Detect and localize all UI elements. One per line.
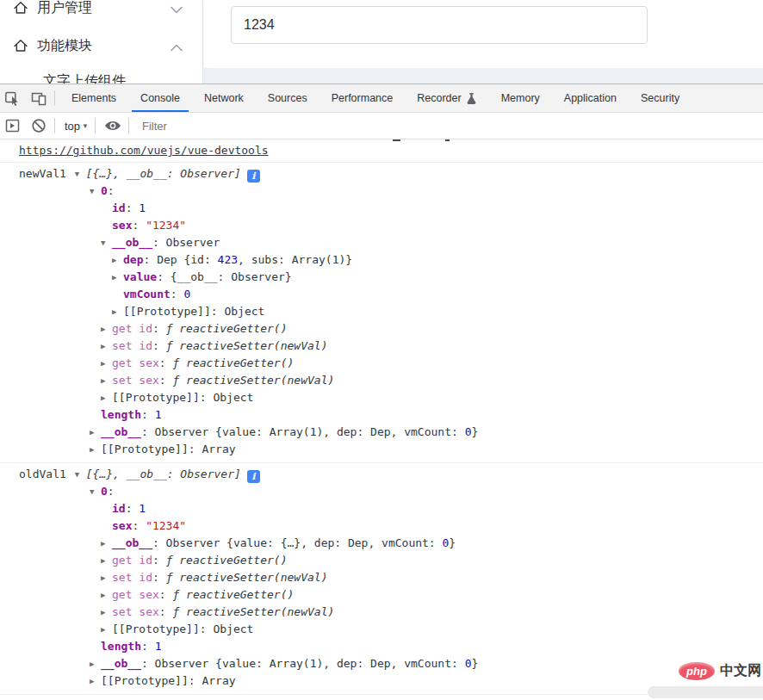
- inspect-element-icon[interactable]: [0, 87, 26, 109]
- console-tree-row: ▶value: {__ob__: Observer}: [0, 269, 763, 286]
- token-plain: :: [132, 219, 146, 232]
- tab-label: Sources: [268, 84, 307, 113]
- console-tree-row: ▶set id: ƒ reactiveSetter(newVal): [0, 569, 763, 586]
- token-plain: :: [171, 288, 184, 300]
- console-tree-row: ▶set sex: ƒ reactiveSetter(newVal): [0, 604, 763, 621]
- console-tree-row: ▶get sex: ƒ reactiveGetter(): [0, 355, 763, 372]
- console-tree-row: ▼0:: [0, 483, 763, 500]
- tab-console[interactable]: Console: [128, 84, 192, 113]
- token-plain: }: [471, 657, 478, 670]
- sidebar-item[interactable]: 功能模块: [0, 31, 202, 60]
- device-toolbar-icon[interactable]: [26, 87, 52, 109]
- chevron-down-icon: [170, 4, 183, 15]
- console-message: newVal1▼[{…}, __ob__: Observer]i▼0:id: 1…: [0, 163, 763, 463]
- console-tree-row: ▶get id: ƒ reactiveGetter(): [0, 552, 763, 569]
- content-background: [203, 68, 763, 84]
- tab-sources[interactable]: Sources: [256, 84, 319, 113]
- watermark-site-name: 中文网: [720, 662, 761, 680]
- php-logo-icon: php: [679, 662, 715, 680]
- token-acc: get sex: [112, 588, 159, 601]
- info-badge-icon[interactable]: i: [247, 170, 260, 183]
- expand-arrow-icon[interactable]: ▶: [101, 320, 112, 338]
- collapse-arrow-icon[interactable]: ▼: [90, 483, 101, 500]
- tab-label: Memory: [501, 84, 540, 113]
- token-num: 1: [155, 640, 162, 653]
- tab-application[interactable]: Application: [552, 84, 629, 113]
- console-tree-row: ▶set id: ƒ reactiveSetter(newVal): [0, 338, 763, 355]
- console-sidebar-toggle-icon[interactable]: [0, 115, 26, 137]
- context-selector[interactable]: top: [65, 120, 80, 133]
- token-plain: :: [132, 519, 146, 532]
- collapse-arrow-icon[interactable]: ▼: [75, 165, 86, 183]
- token-plain: :: [159, 605, 173, 618]
- expand-arrow-icon[interactable]: ▶: [101, 535, 112, 552]
- tab-recorder[interactable]: Recorder: [405, 84, 488, 113]
- token-plain: : Observer {value: {…}, dep: Dep, vmCoun…: [152, 536, 443, 549]
- collapse-arrow-icon[interactable]: ▼: [90, 183, 101, 200]
- clipped-log-fragment: [393, 139, 400, 141]
- token-fn: ƒ reactiveGetter(): [166, 322, 288, 335]
- token-plain: : Dep {id:: [143, 253, 217, 266]
- expand-arrow-icon[interactable]: ▶: [101, 569, 112, 586]
- expand-arrow-icon[interactable]: ▶: [112, 251, 123, 269]
- page-text-input[interactable]: [231, 6, 648, 44]
- expand-arrow-icon[interactable]: ▶: [112, 303, 123, 320]
- console-tree-row: ▶[[Prototype]]: Object: [0, 621, 763, 638]
- expand-arrow-icon[interactable]: ▶: [101, 355, 112, 372]
- expand-arrow-icon[interactable]: ▶: [101, 389, 112, 406]
- live-expression-eye-icon[interactable]: [100, 115, 126, 137]
- token-acc: get id: [112, 554, 152, 567]
- expand-arrow-icon[interactable]: ▶: [112, 269, 123, 286]
- tab-label: Network: [204, 84, 244, 113]
- console-tree-row: vmCount: 0: [0, 286, 763, 303]
- expand-arrow-icon[interactable]: ▶: [101, 604, 112, 621]
- tab-elements[interactable]: Elements: [59, 84, 128, 113]
- tab-performance[interactable]: Performance: [319, 84, 406, 113]
- console-log-link[interactable]: https://github.com/vuejs/vue-devtools: [19, 144, 269, 157]
- token-acc: set id: [112, 571, 152, 584]
- expand-arrow-icon[interactable]: ▶: [101, 338, 112, 355]
- tab-security[interactable]: Security: [629, 84, 692, 113]
- expand-arrow-icon[interactable]: ▶: [90, 441, 101, 458]
- console-toolbar: top ▼: [0, 113, 763, 139]
- sidebar-item-label: 功能模块: [37, 37, 92, 55]
- console-filter-input[interactable]: [142, 120, 400, 133]
- console-tree-row: length: 1: [0, 406, 763, 424]
- expand-arrow-icon[interactable]: ▶: [101, 621, 112, 638]
- console-tree-row: ▼__ob__: Observer: [0, 234, 763, 251]
- token-key: value: [123, 270, 157, 283]
- sidebar-submenu-item[interactable]: 文字上传组件: [43, 72, 126, 84]
- token-key: __ob__: [112, 236, 152, 249]
- object-preview: [{…}, __ob__: Observer]: [86, 167, 241, 180]
- tab-memory[interactable]: Memory: [489, 84, 552, 113]
- console-tree-row: ▶set sex: ƒ reactiveSetter(newVal): [0, 372, 763, 389]
- token-fn: ƒ reactiveGetter(): [166, 554, 288, 567]
- clear-console-icon[interactable]: [26, 115, 52, 137]
- sidebar-item[interactable]: 用户管理: [0, 0, 202, 22]
- tab-label: Recorder: [417, 84, 461, 113]
- expand-arrow-icon[interactable]: ▶: [101, 372, 112, 389]
- console-message: oldVal1▼[{…}, __ob__: Observer]i▼0:id: 1…: [0, 463, 763, 695]
- tab-label: Performance: [332, 84, 394, 113]
- expand-arrow-icon[interactable]: ▶: [90, 655, 101, 672]
- expand-arrow-icon[interactable]: ▶: [101, 586, 112, 604]
- collapse-arrow-icon[interactable]: ▼: [101, 234, 112, 251]
- tab-label: Application: [564, 84, 617, 113]
- toolbar-separator: [54, 118, 55, 133]
- token-plain: }: [471, 425, 478, 438]
- token-acc: set sex: [112, 374, 159, 387]
- token-fn: ƒ reactiveSetter(newVal): [172, 374, 334, 387]
- expand-arrow-icon[interactable]: ▶: [90, 424, 101, 441]
- expand-arrow-icon[interactable]: ▶: [101, 552, 112, 569]
- console-tree-row: ▶get sex: ƒ reactiveGetter(): [0, 586, 763, 604]
- expand-arrow-icon[interactable]: ▶: [90, 672, 101, 690]
- token-plain: , subs: Array(1)}: [238, 253, 352, 266]
- console-output: https://github.com/vuejs/vue-devtools ne…: [0, 139, 763, 700]
- token-fn: ƒ reactiveGetter(): [172, 356, 294, 369]
- collapse-arrow-icon[interactable]: ▼: [75, 466, 86, 483]
- console-tree-row: ▶dep: Dep {id: 423, subs: Array(1)}: [0, 251, 763, 269]
- tab-network[interactable]: Network: [192, 84, 256, 113]
- chevron-down-icon[interactable]: ▼: [82, 122, 89, 130]
- console-log-row: https://github.com/vuejs/vue-devtools: [0, 139, 763, 163]
- info-badge-icon[interactable]: i: [247, 470, 260, 483]
